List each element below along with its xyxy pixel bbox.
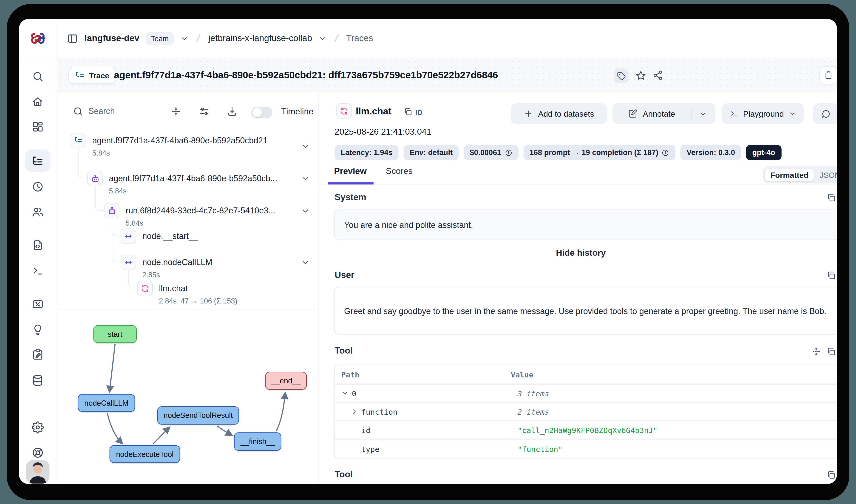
trace-icon (75, 70, 85, 80)
playground-terminal-icon[interactable] (32, 265, 44, 277)
tree-row-run[interactable]: run.6f8d2449-33ed-4c7c-82e7-5410e3...5.8… (104, 203, 275, 228)
tree-row-label: agent.f9f77d1a-437f-4ba6-890e-b592a50cbd… (92, 133, 268, 146)
add-to-datasets-button[interactable]: Add to datasets (511, 103, 607, 124)
graph-node-end[interactable]: __end__ (265, 372, 307, 390)
annotate-chevron-down-icon[interactable] (699, 110, 707, 118)
metrics-badges: Latency: 1.94s Env: default $0.00061 168… (335, 145, 781, 160)
breadcrumb-project[interactable]: jetbrains-x-langfuse-collab (208, 33, 312, 43)
tab-preview[interactable]: Preview (334, 166, 367, 176)
search-input[interactable] (87, 106, 160, 116)
tag-button[interactable] (613, 69, 628, 84)
json-row[interactable]: type "function" (335, 440, 837, 458)
chevron-down-icon[interactable] (301, 174, 310, 183)
graph-node-finish[interactable]: __finish__ (234, 432, 282, 451)
playground-button[interactable]: Playground (722, 103, 804, 124)
tracing-icon[interactable] (32, 155, 44, 167)
user-heading: User (335, 270, 355, 280)
dashboards-icon[interactable] (32, 121, 44, 133)
timeline-label: Timeline (281, 107, 314, 117)
tree-row-node-start[interactable]: node.__start__ (121, 228, 198, 244)
tree-row-trace[interactable]: agent.f9f77d1a-437f-4ba6-890e-b592a50cbd… (71, 133, 267, 158)
chevron-down-icon[interactable] (341, 390, 349, 397)
system-message-box: You are a nice and polite assistant. (334, 210, 837, 240)
breadcrumb-separator: / (193, 32, 203, 44)
json-value-string: "function" (518, 444, 563, 453)
timeline-toggle[interactable] (251, 107, 272, 119)
users-icon[interactable] (32, 205, 44, 218)
comment-bubble-icon (821, 109, 831, 119)
hide-history-link[interactable]: Hide history (319, 248, 837, 258)
annotation-clipboard-pen-icon[interactable] (32, 348, 44, 361)
breadcrumb-separator-2: / (331, 32, 341, 44)
user-avatar[interactable] (26, 460, 50, 484)
org-name[interactable]: langfuse-dev (85, 33, 140, 43)
trace-title: agent.f9f77d1a-437f-4ba6-890e-b592a50cbd… (114, 58, 498, 92)
copy-icon[interactable] (826, 347, 836, 356)
copy-icon[interactable] (826, 271, 836, 280)
json-row[interactable]: 0 3 items (335, 384, 837, 403)
logo-cell[interactable] (19, 19, 57, 58)
graph-node-callllm[interactable]: nodeCallLLM (78, 394, 135, 412)
system-heading: System (335, 192, 367, 202)
copy-icon[interactable] (826, 193, 836, 202)
model-badge[interactable]: gpt-4o (746, 145, 781, 160)
chevron-down-icon[interactable] (301, 206, 310, 216)
tree-row-agent[interactable]: agent.f9f77d1a-437f-4ba6-890e-b592a50cb.… (87, 171, 277, 196)
share-icon[interactable] (653, 70, 663, 80)
agent-graph[interactable]: __start__ nodeCallLLM nodeSendToolResult… (57, 310, 319, 484)
tree-row-node-call-llm[interactable]: node.nodeCallLLM2.85s (121, 254, 212, 280)
copy-id-icon[interactable] (404, 107, 413, 116)
top-header: langfuse-dev Team / jetbrains-x-langfuse… (19, 19, 837, 58)
support-lifebuoy-icon[interactable] (32, 446, 44, 459)
breadcrumb-page[interactable]: Traces (346, 33, 373, 43)
trace-type-badge: Trace (69, 67, 116, 84)
terminal-icon (730, 110, 738, 118)
chevron-down-icon[interactable] (301, 142, 310, 151)
chevron-down-icon[interactable] (301, 258, 310, 267)
format-toggle[interactable]: Formatted JSON (763, 166, 837, 183)
expand-vertical-icon[interactable] (812, 347, 821, 356)
json-row[interactable]: function 2 items (335, 403, 837, 421)
tree-row-label: node.__start__ (142, 228, 198, 242)
screenshot-stage: langfuse-dev Team / jetbrains-x-langfuse… (0, 0, 856, 504)
trace-tree-panel: Timeline agent.f9f77d1a-437f-4ba6-890e-b… (57, 92, 319, 484)
home-icon[interactable] (32, 95, 44, 108)
org-chevron-down-icon[interactable] (180, 34, 189, 42)
copy-icon[interactable] (826, 470, 836, 480)
trace-row-icon (71, 133, 86, 148)
graph-node-start[interactable]: __start__ (93, 325, 137, 343)
json-row[interactable]: id "call_n2HaWg9KFP0BZDqXv6G4b3nJ" (335, 421, 837, 440)
sidebar-toggle-icon[interactable] (67, 33, 78, 44)
download-icon[interactable] (227, 106, 237, 117)
tree-row-llm-chat[interactable]: llm.chat 2.84s 47 → 106 (Σ 153) (137, 281, 237, 306)
display-settings-icon[interactable] (199, 106, 210, 117)
agent-row-icon (104, 203, 120, 218)
format-formatted[interactable]: Formatted (765, 168, 814, 181)
chevron-right-icon[interactable] (351, 408, 358, 415)
project-chevron-down-icon[interactable] (318, 34, 326, 42)
format-json[interactable]: JSON (814, 168, 837, 181)
collapse-all-icon[interactable] (171, 106, 181, 117)
tree-row-duration: 5.84s (92, 146, 268, 158)
cost-badge: $0.00061 (464, 145, 518, 160)
sessions-clock-icon[interactable] (32, 181, 44, 193)
org-plan-badge: Team (145, 32, 174, 45)
insights-lightbulb-icon[interactable] (32, 323, 44, 336)
star-icon[interactable] (635, 70, 646, 81)
json-key: type (361, 444, 518, 453)
datasets-database-icon[interactable] (32, 374, 44, 387)
agent-row-icon (87, 171, 103, 186)
evaluation-card-icon[interactable] (32, 298, 44, 310)
latency-badge: Latency: 1.94s (335, 145, 398, 160)
id-label[interactable]: ID (415, 108, 422, 117)
delete-trace-button[interactable] (819, 66, 837, 85)
tab-scores[interactable]: Scores (386, 166, 413, 176)
settings-gear-icon[interactable] (32, 421, 44, 433)
prompts-file-code-icon[interactable] (32, 239, 44, 251)
graph-node-executetool[interactable]: nodeExecuteTool (110, 445, 180, 463)
generation-type-badge (336, 103, 352, 119)
search-icon[interactable] (32, 71, 44, 82)
graph-node-sendtoolresult[interactable]: nodeSendToolResult (157, 407, 239, 425)
tokens-badge: 168 prompt → 19 completion (Σ 187) (523, 145, 675, 160)
comments-button[interactable] (813, 103, 837, 124)
